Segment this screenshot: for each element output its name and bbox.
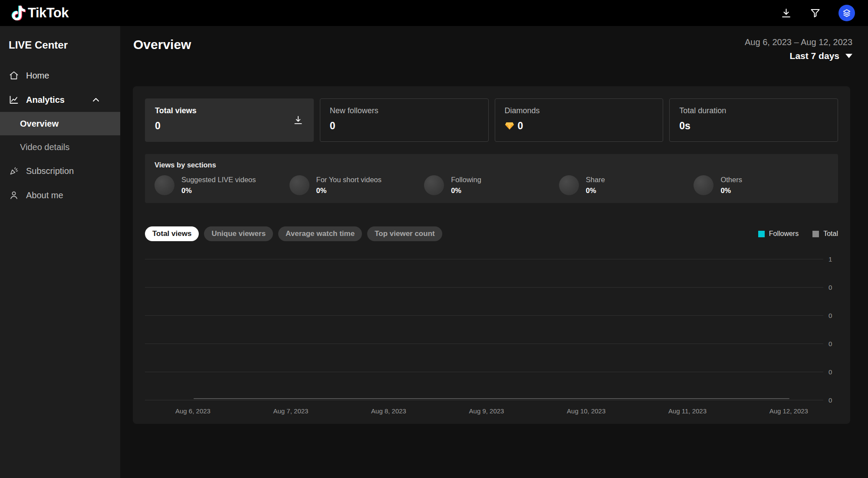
x-axis-tick: Aug 12, 2023: [769, 407, 808, 415]
y-axis-tick: 0: [829, 340, 832, 347]
sidebar-item-subscription[interactable]: Subscription: [0, 159, 120, 183]
tiktok-logo: TikTok: [11, 5, 69, 21]
section-item-following: Following 0%: [424, 175, 559, 195]
sidebar-item-label: Home: [26, 71, 49, 81]
section-label: For You short videos: [316, 176, 381, 184]
tab-total-views[interactable]: Total views: [145, 226, 199, 241]
x-axis-tick: Aug 6, 2023: [175, 407, 210, 415]
section-value: 0%: [451, 187, 481, 195]
section-value: 0%: [720, 187, 742, 195]
logo-wordmark: TikTok: [28, 5, 69, 21]
sidebar-item-about-me[interactable]: About me: [0, 183, 120, 207]
sidebar-nav: Home Analytics Overview Vide: [0, 63, 120, 207]
y-axis-tick: 0: [829, 284, 832, 291]
pie-icon: [694, 175, 713, 195]
sidebar-item-label: Video details: [20, 142, 69, 152]
page-title: Overview: [133, 37, 191, 52]
section-label: Others: [720, 176, 742, 184]
main-header: Overview Aug 6, 2023 – Aug 12, 2023 Last…: [120, 26, 868, 61]
y-axis-tick: 0: [829, 312, 832, 319]
section-label: Suggested LIVE videos: [181, 176, 256, 184]
chart-tabs-row: Total views Unique viewers Average watch…: [145, 226, 838, 241]
tab-unique-viewers[interactable]: Unique viewers: [204, 226, 273, 241]
legend-followers: Followers: [758, 230, 799, 238]
sidebar-item-overview[interactable]: Overview: [0, 112, 120, 135]
tiktok-note-icon: [11, 6, 26, 20]
x-axis-tick: Aug 9, 2023: [469, 407, 504, 415]
subscription-icon: [9, 166, 19, 176]
section-item-for-you: For You short videos 0%: [289, 175, 424, 195]
legend-label: Total: [823, 230, 838, 238]
home-icon: [9, 70, 19, 81]
period-label: Last 7 days: [790, 51, 839, 61]
tab-average-watch-time[interactable]: Average watch time: [278, 226, 362, 241]
y-axis-tick: 0: [829, 368, 832, 376]
section-label: Share: [586, 176, 605, 184]
stat-card-total-duration[interactable]: Total duration 0s: [669, 98, 838, 142]
section-item-share: Share 0%: [559, 175, 694, 195]
analytics-icon: [9, 95, 19, 105]
diamond-icon: [505, 122, 514, 130]
chart-gridlines: [145, 259, 823, 400]
section-item-suggested-live: Suggested LIVE videos 0%: [155, 175, 289, 195]
filter-icon[interactable]: [809, 7, 821, 19]
y-axis-tick: 1: [829, 255, 832, 263]
legend-label: Followers: [769, 230, 799, 238]
tab-top-viewer-count[interactable]: Top viewer count: [367, 226, 442, 241]
download-icon[interactable]: [293, 115, 304, 126]
stat-label: Total views: [155, 106, 197, 115]
views-by-sections: Views by sections Suggested LIVE videos …: [145, 154, 838, 203]
download-icon[interactable]: [780, 7, 792, 19]
app-avatar[interactable]: [838, 5, 855, 21]
person-icon: [9, 190, 19, 200]
x-axis-tick: Aug 10, 2023: [567, 407, 605, 415]
date-block: Aug 6, 2023 – Aug 12, 2023 Last 7 days: [745, 37, 852, 61]
date-range: Aug 6, 2023 – Aug 12, 2023: [745, 37, 852, 47]
topbar-actions: [780, 5, 855, 21]
pie-icon: [559, 175, 579, 195]
section-value: 0%: [586, 187, 605, 195]
chevron-up-icon[interactable]: [91, 95, 101, 105]
sidebar-item-label: Analytics: [26, 95, 65, 105]
followers-swatch-icon: [758, 231, 765, 237]
chart-plot-area: 1 0 0 0 0 0: [145, 259, 823, 400]
stat-card-total-views[interactable]: Total views 0: [145, 98, 314, 142]
stat-value: 0: [155, 120, 197, 132]
sidebar-item-label: Overview: [20, 119, 59, 129]
stat-card-diamonds[interactable]: Diamonds 0: [495, 98, 664, 142]
legend-total: Total: [812, 230, 838, 238]
main-content: Overview Aug 6, 2023 – Aug 12, 2023 Last…: [120, 26, 868, 478]
stat-card-new-followers[interactable]: New followers 0: [320, 98, 489, 142]
period-selector[interactable]: Last 7 days: [745, 51, 852, 61]
sidebar-item-label: About me: [26, 190, 63, 200]
section-value: 0%: [181, 187, 256, 195]
line-chart: 1 0 0 0 0 0 Aug 6, 2023 Aug 7, 2023 Aug …: [145, 259, 838, 415]
sections-items: Suggested LIVE videos 0% For You short v…: [155, 175, 829, 195]
pie-icon: [424, 175, 444, 195]
sidebar-item-label: Subscription: [26, 166, 74, 176]
pie-icon: [155, 175, 174, 195]
stat-label: Diamonds: [505, 106, 540, 115]
x-axis-tick: Aug 11, 2023: [668, 407, 707, 415]
stat-value: 0: [330, 120, 378, 132]
x-axis-tick: Aug 7, 2023: [273, 407, 309, 415]
chevron-down-icon: [845, 54, 852, 58]
sidebar-title: LIVE Center: [0, 32, 120, 63]
stat-value: 0: [518, 120, 523, 132]
sidebar-item-analytics[interactable]: Analytics: [0, 88, 120, 112]
x-axis-tick: Aug 8, 2023: [371, 407, 406, 415]
stat-label: New followers: [330, 106, 378, 115]
stat-value: 0s: [679, 120, 726, 132]
total-swatch-icon: [812, 231, 819, 237]
stats-row: Total views 0 New followers 0: [145, 98, 838, 142]
layers-icon: [842, 8, 852, 18]
x-axis-labels: Aug 6, 2023 Aug 7, 2023 Aug 8, 2023 Aug …: [145, 407, 823, 415]
y-axis-tick: 0: [829, 396, 832, 404]
section-item-others: Others 0%: [694, 175, 829, 195]
sidebar-item-video-details[interactable]: Video details: [0, 135, 120, 159]
topbar: TikTok: [0, 0, 868, 26]
sidebar-item-home[interactable]: Home: [0, 63, 120, 88]
section-label: Following: [451, 176, 481, 184]
stat-label: Total duration: [679, 106, 726, 115]
live-center-screen: TikTok LIVE Center: [0, 0, 868, 478]
